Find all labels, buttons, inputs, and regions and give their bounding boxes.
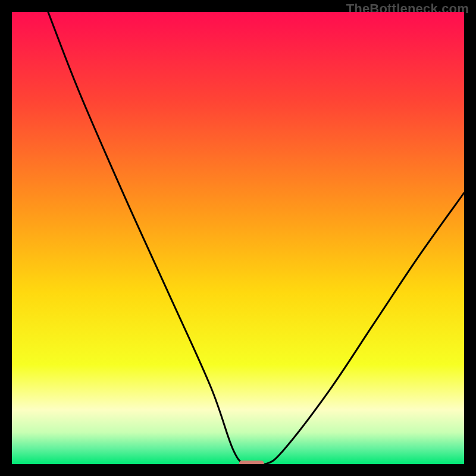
chart-frame: TheBottleneck.com [0, 0, 476, 476]
plot-area [12, 12, 464, 464]
gradient-background [12, 12, 464, 464]
valley-marker [239, 461, 264, 464]
chart-svg [12, 12, 464, 464]
